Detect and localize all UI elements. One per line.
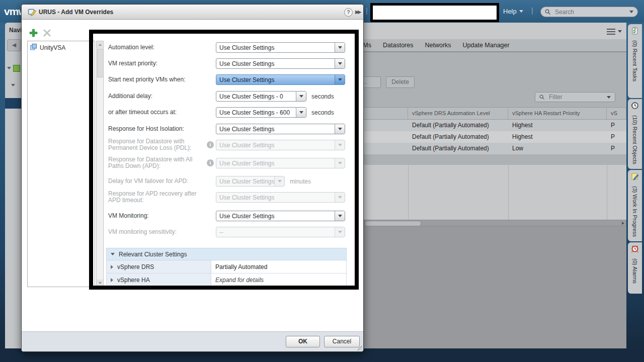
sidebar-label: (3) Work In Progress bbox=[632, 186, 638, 237]
info-icon[interactable]: i bbox=[207, 141, 214, 148]
table-empty-area bbox=[364, 165, 626, 220]
dropdown-11[interactable]: Use Cluster Settings bbox=[216, 211, 345, 221]
dropdown-button[interactable] bbox=[296, 92, 306, 101]
dropdown-1[interactable]: Use Cluster Settings bbox=[216, 42, 345, 53]
remove-vm-button[interactable] bbox=[43, 29, 51, 37]
scrollbar-thumb[interactable] bbox=[365, 221, 421, 226]
column-header[interactable]: vS bbox=[607, 108, 626, 119]
expand-icon[interactable] bbox=[111, 278, 113, 282]
vm-name: UnityVSA bbox=[40, 44, 65, 51]
section-header[interactable]: Relevant Cluster Settings bbox=[106, 248, 347, 260]
chevron-down-icon bbox=[338, 231, 342, 233]
tab-update-manager[interactable]: Update Manager bbox=[463, 42, 510, 49]
dropdown-button[interactable] bbox=[335, 75, 345, 84]
work-in-progress-icon bbox=[631, 172, 639, 183]
tree-expand-icon[interactable] bbox=[7, 67, 11, 69]
dropdown-value: Use Cluster Settings bbox=[216, 59, 335, 68]
table-cell bbox=[364, 143, 408, 154]
cluster-setting-row[interactable]: vSphere DRSPartially Automated bbox=[106, 260, 347, 274]
scroll-down-icon[interactable] bbox=[97, 280, 103, 287]
column-header[interactable]: vSphere HA Restart Priority bbox=[508, 108, 607, 119]
filter-box[interactable] bbox=[535, 92, 615, 102]
unit-label: seconds bbox=[311, 93, 334, 100]
navigator-title: Navigator bbox=[9, 27, 21, 34]
help-menu[interactable]: Help bbox=[503, 8, 523, 15]
search-icon bbox=[545, 9, 551, 15]
expand-icon[interactable] bbox=[111, 265, 113, 269]
sidebar-recent-tasks[interactable]: (0) Recent Tasks bbox=[628, 24, 642, 98]
table-row[interactable]: Default (Partially Automated)LowP bbox=[364, 143, 626, 154]
dropdown-value: Use Cluster Settings bbox=[216, 75, 335, 84]
form-label: Start next priority VMs when: bbox=[108, 76, 208, 83]
navigator-back-button[interactable]: ◀ bbox=[7, 39, 21, 51]
table-cell: Default (Partially Automated) bbox=[408, 131, 508, 143]
dropdown-value: Use Cluster Settings - 600 bbox=[216, 108, 296, 117]
content-lower-area bbox=[364, 226, 626, 348]
dropdown-6[interactable]: Use Cluster Settings bbox=[216, 124, 345, 134]
tree-expand-icon[interactable] bbox=[11, 84, 15, 86]
recent-objects-icon bbox=[631, 102, 639, 112]
column-header[interactable] bbox=[364, 108, 408, 119]
resize-grip[interactable] bbox=[357, 345, 362, 350]
cancel-button[interactable]: Cancel bbox=[324, 336, 360, 347]
dropdown-button[interactable] bbox=[335, 43, 345, 52]
horizontal-scrollbar[interactable] bbox=[364, 220, 626, 226]
sidebar-alarms[interactable]: (0) Alarms bbox=[628, 242, 642, 294]
tab-networks[interactable]: Networks bbox=[425, 42, 451, 49]
scroll-up-icon[interactable] bbox=[97, 41, 103, 48]
vm-edit-icon bbox=[28, 8, 37, 17]
sidebar-label: (0) Recent Tasks bbox=[632, 40, 638, 81]
dropdown-3[interactable]: Use Cluster Settings bbox=[216, 74, 345, 85]
dropdown-8: Use Cluster Settings bbox=[216, 158, 345, 168]
scroll-right-icon[interactable] bbox=[622, 222, 624, 225]
dropdown-button bbox=[335, 158, 345, 168]
sidebar-label: (0) Alarms bbox=[632, 258, 638, 284]
add-vm-button[interactable] bbox=[29, 29, 38, 37]
vm-list-item[interactable]: UnityVSA bbox=[28, 41, 95, 52]
table-cell: Default (Partially Automated) bbox=[408, 143, 508, 154]
navigator-selected-item[interactable] bbox=[5, 98, 21, 109]
ok-button[interactable]: OK bbox=[286, 336, 320, 347]
dropdown-2[interactable]: Use Cluster Settings bbox=[216, 58, 345, 69]
filter-input[interactable] bbox=[548, 93, 604, 101]
form-label: Additional delay: bbox=[108, 93, 208, 100]
table-row[interactable]: Default (Partially Automated)HighestP bbox=[364, 131, 626, 143]
dropdown-4[interactable]: Use Cluster Settings - 0 bbox=[216, 91, 306, 102]
search-input[interactable] bbox=[554, 8, 626, 16]
chevron-down-icon bbox=[629, 11, 633, 13]
chevron-down-icon bbox=[338, 144, 342, 146]
cluster-setting-row[interactable]: vSphere HAExpand for details bbox=[106, 274, 347, 287]
form-label: or after timeout occurs at: bbox=[108, 109, 208, 116]
setting-value-cell: Partially Automated bbox=[211, 260, 346, 273]
dropdown-button[interactable] bbox=[335, 124, 345, 134]
cluster-icon bbox=[13, 65, 20, 72]
dropdown-button[interactable] bbox=[335, 211, 345, 221]
chevron-down-icon bbox=[338, 62, 342, 65]
column-header[interactable]: vSphere DRS Automation Level bbox=[408, 108, 508, 119]
tab-datastores[interactable]: Datastores bbox=[383, 42, 413, 49]
setting-name: vSphere DRS bbox=[117, 263, 154, 270]
info-icon[interactable]: i bbox=[207, 159, 214, 166]
table-cell bbox=[364, 120, 408, 131]
table-cell: Low bbox=[508, 143, 607, 154]
dropdown-value: Use Cluster Settings bbox=[216, 124, 335, 134]
dropdown-7: Use Cluster Settings bbox=[216, 140, 345, 150]
chevron-down-icon bbox=[607, 96, 611, 99]
dropdown-value: -- bbox=[216, 227, 335, 237]
sidebar-label: (10) Recent Objects bbox=[632, 115, 638, 164]
global-search[interactable] bbox=[540, 7, 638, 17]
unit-label: minutes bbox=[290, 178, 311, 185]
scrollbar-thumb[interactable] bbox=[97, 49, 104, 77]
delete-button[interactable]: Delete bbox=[386, 76, 415, 88]
sidebar-work-in-progress[interactable]: (3) Work In Progress bbox=[628, 170, 642, 241]
dropdown-button[interactable] bbox=[335, 59, 345, 68]
dropdown-button[interactable] bbox=[296, 108, 306, 117]
top-separator: | bbox=[531, 7, 533, 15]
sidebar-recent-objects[interactable]: (10) Recent Objects bbox=[628, 99, 642, 169]
form-vertical-scrollbar[interactable] bbox=[96, 41, 104, 287]
dropdown-5[interactable]: Use Cluster Settings - 600 bbox=[216, 107, 306, 118]
actions-menu-icon[interactable] bbox=[607, 28, 622, 36]
table-row[interactable]: Default (Partially Automated)HighestP bbox=[364, 120, 626, 131]
form-label: Response for Datastore with Permanent De… bbox=[108, 138, 208, 151]
recent-tasks-icon bbox=[631, 27, 639, 37]
